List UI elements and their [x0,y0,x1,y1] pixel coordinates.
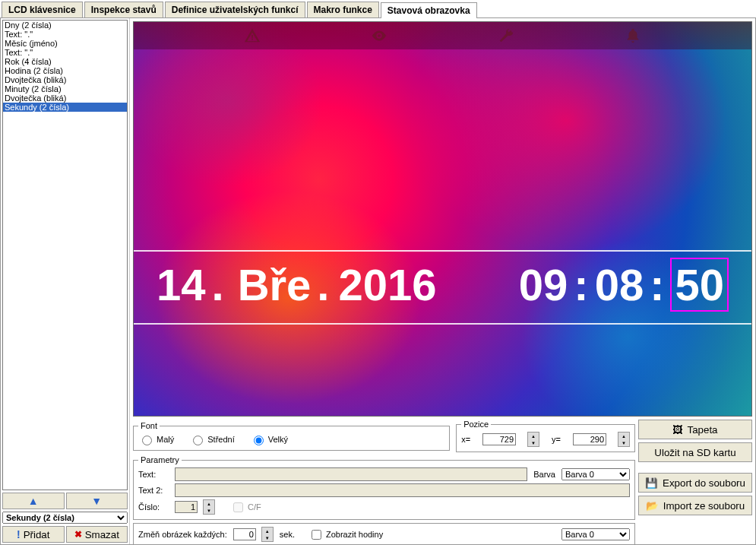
add-button[interactable]: !Přidat [2,526,65,543]
y-up[interactable]: ▲ [618,433,629,439]
number-label: Číslo: [138,502,169,512]
list-item[interactable]: Dvojtečka (bliká) [3,75,127,84]
tab-lcd[interactable]: LCD klávesnice [2,2,83,17]
change-img-input[interactable] [233,528,256,540]
tab-macro[interactable]: Makro funkce [307,2,379,17]
params-legend: Parametry [138,455,182,464]
x-label: x= [461,435,470,444]
tab-functions[interactable]: Definice uživatelských funkcí [165,2,305,17]
save-sd-button[interactable]: Uložit na SD kartu [638,442,752,462]
eye-icon [371,27,387,44]
folder-open-icon: 📂 [646,500,659,512]
num-up[interactable]: ▲ [204,500,214,507]
element-type-select[interactable]: Sekundy (2 čísla) [2,512,128,524]
preview-topbar [134,22,751,49]
selected-element-highlight: 50 [670,258,729,312]
delete-button[interactable]: ✖Smazat [66,526,128,543]
warning-icon [244,27,261,44]
barva-select[interactable]: Barva 0 [561,468,630,480]
x-input[interactable] [482,433,516,445]
sec-down[interactable]: ▼ [262,534,273,541]
list-item[interactable]: Rok (4 čísla) [3,57,127,66]
list-item[interactable]: Dny (2 čísla) [3,21,127,30]
tab-status-screen[interactable]: Stavová obrazovka [381,2,477,18]
tab-inspection[interactable]: Inspekce stavů [84,2,163,17]
y-label: y= [552,435,561,444]
element-list[interactable]: Dny (2 čísla)Text: "."Měsíc (jméno)Text:… [2,20,128,490]
preview-time: 09 : 08 : 50 [519,258,729,312]
import-button[interactable]: 📂Import ze souboru [638,496,752,515]
save-icon: 💾 [645,477,658,489]
font-large-radio[interactable]: Velký [250,433,288,445]
x-up[interactable]: ▲ [528,433,539,439]
number-input[interactable] [175,501,198,513]
text2-input[interactable] [175,483,630,497]
wrench-icon [498,27,514,44]
tab-bar: LCD klávesnice Inspekce stavů Definice u… [0,0,756,18]
text-input[interactable] [175,467,527,481]
list-item[interactable]: Měsíc (jméno) [3,39,127,48]
cf-checkbox: C/F [230,500,261,515]
list-item[interactable]: Hodina (2 čísla) [3,66,127,75]
image-icon: 🖼 [672,424,682,436]
position-legend: Pozice [461,420,491,429]
sek-label: sek. [280,530,295,539]
sec-up[interactable]: ▲ [262,528,273,534]
num-down[interactable]: ▼ [204,507,214,514]
y-input[interactable] [573,433,606,445]
list-item[interactable]: Minuty (2 čísla) [3,84,127,93]
wallpaper-button[interactable]: 🖼Tapeta [638,420,752,439]
font-small-radio[interactable]: Malý [138,433,174,445]
move-up-button[interactable]: ▲ [2,493,65,509]
barva-label: Barva [533,470,555,479]
font-medium-radio[interactable]: Střední [189,433,234,445]
text-label: Text: [138,470,169,479]
export-button[interactable]: 💾Export do souboru [638,473,752,493]
preview-area[interactable]: 14. Bře. 2016 09 : 08 : 50 [133,21,752,417]
y-down[interactable]: ▼ [618,439,629,446]
bell-icon [625,27,641,44]
move-down-button[interactable]: ▼ [66,493,128,509]
list-item[interactable]: Sekundy (2 čísla) [3,103,127,112]
change-barva-select[interactable]: Barva 0 [561,528,630,540]
list-item[interactable]: Text: "." [3,48,127,57]
list-item[interactable]: Text: "." [3,30,127,39]
x-down[interactable]: ▼ [528,439,539,446]
list-item[interactable]: Dvojtečka (bliká) [3,93,127,103]
show-clock-checkbox[interactable]: Zobrazit hodiny [308,528,383,542]
preview-date: 14. Bře. 2016 [157,259,437,310]
font-legend: Font [138,421,160,430]
change-img-label: Změň obrázek každých: [138,530,227,539]
text2-label: Text 2: [138,486,169,495]
